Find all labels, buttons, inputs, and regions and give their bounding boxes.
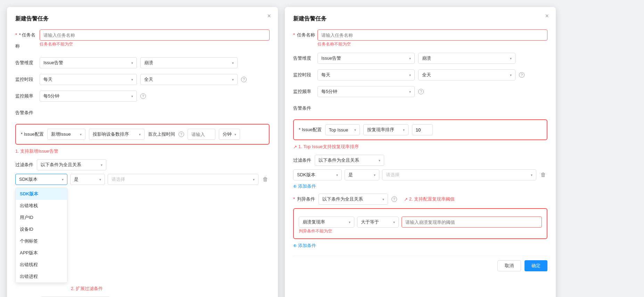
left-close-button[interactable]: ×: [267, 12, 271, 20]
right-alert-dim-label: 告警维度: [293, 53, 317, 64]
chevron-down-icon: ▾: [403, 128, 405, 132]
right-judge-row: 崩溃复现率 ▾ 大于等于 ▾: [299, 217, 542, 228]
dropdown-item-process[interactable]: 出错进程: [16, 271, 67, 282]
dropdown-item-deviceid[interactable]: 设备ID: [16, 223, 67, 235]
left-dialog-title: 新建告警任务: [15, 15, 270, 23]
left-first-report-label: 首次上报时间: [148, 131, 175, 137]
left-sdk-select[interactable]: SDK版本 ▾: [15, 174, 67, 185]
right-dialog: 新建告警任务 × * 任务名称 任务名称不能为空 告警维度 Issue告警 ▾ …: [285, 7, 556, 297]
left-issue-help-icon[interactable]: ?: [179, 131, 184, 137]
right-task-name-input[interactable]: [317, 29, 547, 41]
left-task-name-label: * * 任务名称: [15, 29, 40, 52]
left-value-select[interactable]: 请选择 ▾: [108, 174, 258, 185]
right-value-select[interactable]: 请选择 ▾: [382, 169, 536, 180]
left-period-help-icon[interactable]: ?: [241, 77, 247, 82]
chevron-down-icon: ▾: [510, 57, 512, 60]
right-period-select1[interactable]: 每天 ▾: [317, 69, 415, 80]
left-first-report-input[interactable]: [188, 129, 215, 140]
right-filter-label: 过滤条件: [293, 157, 311, 163]
chevron-down-icon: ▾: [374, 173, 375, 177]
chevron-down-icon: ▾: [531, 173, 532, 177]
chevron-down-icon: ▾: [131, 78, 133, 82]
right-monitor-period-row: 监控时段 每天 ▾ 全天 ▾ ?: [293, 69, 547, 80]
right-add-condition2-button[interactable]: ⊕ 添加条件: [293, 243, 547, 249]
right-annotation2: ↗ 2. 支持配置复现率阈值: [404, 196, 455, 202]
left-minute-select[interactable]: 分钟 ▾: [219, 129, 240, 140]
left-freq-help-icon[interactable]: ?: [140, 93, 146, 99]
chevron-down-icon: ▾: [382, 197, 384, 201]
right-judge-box: 崩溃复现率 ▾ 大于等于 ▾ 判异条件不能为空: [293, 208, 547, 239]
chevron-down-icon: ▾: [253, 178, 255, 181]
right-annotation1: ↗ 1. Top Issue支持按复现率排序: [293, 144, 547, 150]
right-task-name-row: * 任务名称 任务名称不能为空: [293, 29, 547, 47]
right-monitor-freq-row: 监控频率 每5分钟 ▾ ?: [293, 86, 547, 97]
dropdown-item-tag[interactable]: 个例标签: [16, 235, 67, 247]
left-is-select[interactable]: 是 ▾: [70, 174, 105, 185]
left-alert-dim-row: 告警维度 Issue告警 ▾ 崩溃 ▾: [15, 57, 270, 68]
right-period-help-icon[interactable]: ?: [519, 72, 525, 78]
chevron-down-icon: ▾: [234, 133, 236, 136]
left-monitor-freq-row: 监控频率 每5分钟 ▾ ?: [15, 91, 270, 102]
right-monitor-freq-label: 监控频率: [293, 86, 317, 97]
left-monitor-freq-label: 监控频率: [15, 91, 40, 102]
left-crash-select[interactable]: 崩溃 ▾: [140, 57, 238, 68]
right-issue-type-select[interactable]: Top Issue ▾: [325, 124, 360, 135]
left-dialog: 新建告警任务 × * * 任务名称 任务名称不能为空 告警维度 Issue告警 …: [7, 7, 278, 297]
right-task-name-content: 任务名称不能为空: [317, 29, 547, 47]
chevron-down-icon: ▾: [99, 178, 101, 181]
dropdown-item-sdk[interactable]: SDK版本: [16, 188, 67, 200]
left-issue-type-select[interactable]: 新增Issue ▾: [47, 129, 85, 140]
chevron-down-icon: ▾: [409, 73, 411, 77]
right-judge-relation-select[interactable]: 以下条件为全且关系 ▾: [319, 194, 388, 205]
left-monitor-period-row: 监控时段 每天 ▾ 全天 ▾ ?: [15, 74, 270, 85]
right-crash-rate-select[interactable]: 崩溃复现率 ▾: [299, 217, 354, 228]
required-star: *: [293, 32, 295, 37]
left-issue-config-label: * Issue配置: [21, 131, 44, 137]
right-freq-help-icon[interactable]: ?: [418, 89, 424, 94]
right-is-select[interactable]: 是 ▾: [345, 169, 379, 180]
left-sort-select[interactable]: 按影响设备数排序 ▾: [89, 129, 145, 140]
right-delete-condition-button[interactable]: 🗑: [539, 172, 547, 178]
left-filter-dropdown: SDK版本 出错堆栈 用户ID 设备ID 个例标签 APP版本 出错线程 出错进…: [15, 188, 67, 283]
dropdown-item-thread[interactable]: 出错线程: [16, 259, 67, 271]
right-sdk-select[interactable]: SDK版本 ▾: [293, 169, 342, 180]
right-issue-config-label: * Issue配置: [299, 127, 322, 133]
left-issue-config-box: * Issue配置 新增Issue ▾ 按影响设备数排序 ▾ 首次上报时间 ? …: [15, 124, 270, 145]
right-period-select2[interactable]: 全天 ▾: [418, 69, 515, 80]
dropdown-item-stack[interactable]: 出错堆栈: [16, 200, 67, 212]
left-task-name-row: * * 任务名称 任务名称不能为空: [15, 29, 270, 52]
right-gte-select[interactable]: 大于等于 ▾: [357, 217, 399, 228]
right-judge-help-icon[interactable]: ?: [391, 196, 397, 202]
right-crash-threshold-input[interactable]: [402, 217, 542, 228]
right-dialog-title: 新建告警任务: [293, 15, 547, 23]
chevron-down-icon: ▾: [62, 178, 64, 181]
right-filter-section: 过滤条件 以下条件为全且关系 ▾ SDK版本 ▾ 是 ▾ 请选择 ▾ 🗑 ⊕ 添…: [293, 155, 547, 189]
required-star: *: [15, 32, 17, 37]
right-close-button[interactable]: ×: [545, 12, 549, 20]
left-filter-relation-select[interactable]: 以下条件为全且关系 ▾: [37, 159, 106, 170]
left-issue-alert-select[interactable]: Issue告警 ▾: [40, 57, 137, 68]
left-period-select2[interactable]: 全天 ▾: [140, 74, 238, 85]
right-issue-alert-select[interactable]: Issue告警 ▾: [317, 53, 415, 64]
left-period-select1[interactable]: 每天 ▾: [40, 74, 137, 85]
right-add-condition-button[interactable]: ⊕ 添加条件: [293, 183, 547, 189]
left-delete-condition-button[interactable]: 🗑: [261, 176, 270, 183]
left-alert-condition-label: 告警条件: [15, 107, 40, 118]
right-sort-select[interactable]: 按复现率排序 ▾: [363, 124, 408, 135]
left-task-name-content: 任务名称不能为空: [40, 29, 270, 47]
chevron-down-icon: ▾: [80, 133, 82, 136]
dropdown-item-userid[interactable]: 用户ID: [16, 212, 67, 223]
right-crash-select[interactable]: 崩溃 ▾: [418, 53, 515, 64]
left-alert-dim-label: 告警维度: [15, 57, 40, 68]
left-freq-select[interactable]: 每5分钟 ▾: [40, 91, 137, 102]
right-freq-select[interactable]: 每5分钟 ▾: [317, 86, 415, 97]
dropdown-item-appversion[interactable]: APP版本: [16, 247, 67, 259]
left-alert-condition-label-row: 告警条件: [15, 107, 270, 118]
right-alert-dim-row: 告警维度 Issue告警 ▾ 崩溃 ▾: [293, 53, 547, 64]
left-task-name-input[interactable]: [40, 29, 270, 41]
right-confirm-button[interactable]: 确定: [525, 260, 547, 271]
right-cancel-button[interactable]: 取消: [497, 260, 521, 271]
left-filter-label: 过滤条件: [15, 162, 33, 168]
right-top-number-input[interactable]: [412, 124, 433, 135]
right-filter-relation-select[interactable]: 以下条件为全且关系 ▾: [315, 155, 384, 166]
